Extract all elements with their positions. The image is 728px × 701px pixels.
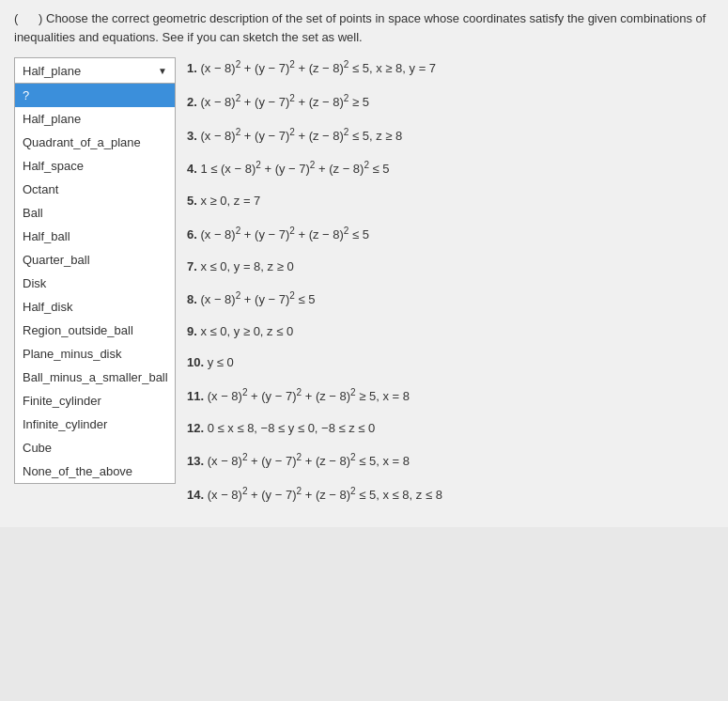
problem-4: 4. 1 ≤ (x − 8)2 + (y − 7)2 + (z − 8)2 ≤ … [187,158,714,179]
dropdown-option-half-ball[interactable]: Half_ball [15,225,175,248]
dropdown-option-half-space[interactable]: Half_space [15,154,175,178]
dropdown-option-ball[interactable]: Ball [15,201,175,225]
problem-12: 12. 0 ≤ x ≤ 8, −8 ≤ y ≤ 0, −8 ≤ z ≤ 0 [187,419,714,438]
dropdown-select[interactable]: Half_plane ▼ [14,57,176,84]
problem-6: 6. (x − 8)2 + (y − 7)2 + (z − 8)2 ≤ 5 [187,224,714,244]
problems-list: 1. (x − 8)2 + (y − 7)2 + (z − 8)2 ≤ 5, x… [176,57,714,518]
dropdown-option-infinite-cylinder[interactable]: Infinite_cylinder [15,413,175,436]
problem-11: 11. (x − 8)2 + (y − 7)2 + (z − 8)2 ≥ 5, … [187,385,714,406]
dropdown-option-ball-minus-smaller-ball[interactable]: Ball_minus_a_smaller_ball [15,366,175,389]
dropdown-option-disk[interactable]: Disk [15,272,175,295]
dropdown-option-quarter-ball[interactable]: Quarter_ball [15,248,175,272]
answer-blank [22,11,35,25]
problem-14: 14. (x − 8)2 + (y − 7)2 + (z − 8)2 ≤ 5, … [187,484,714,505]
question-prefix: ( [14,11,18,25]
problem-7: 7. x ≤ 0, y = 8, z ≥ 0 [187,257,714,276]
problem-3: 3. (x − 8)2 + (y − 7)2 + (z − 8)2 ≤ 5, z… [187,125,714,146]
dropdown-option-octant[interactable]: Octant [15,178,175,201]
dropdown-option-half-disk[interactable]: Half_disk [15,295,175,319]
dropdown-option-cube[interactable]: Cube [15,436,175,460]
dropdown-option-none-of-the-above[interactable]: None_of_the_above [15,460,175,483]
problem-8: 8. (x − 8)2 + (y − 7)2 ≤ 5 [187,288,714,309]
dropdown-option-finite-cylinder[interactable]: Finite_cylinder [15,389,175,413]
dropdown-list: ? Half_plane Quadrant_of_a_plane Half_sp… [14,84,176,484]
chevron-down-icon: ▼ [158,66,167,76]
dropdown-option-plane-minus-disk[interactable]: Plane_minus_disk [15,342,175,366]
dropdown-option-half-plane[interactable]: Half_plane [15,107,175,131]
dropdown-option-quadrant-of-a-plane[interactable]: Quadrant_of_a_plane [15,131,175,154]
dropdown-container: Half_plane ▼ ? Half_plane Quadrant_of_a_… [14,57,176,84]
question-body: ) Choose the correct geometric descripti… [14,11,705,44]
problem-2: 2. (x − 8)2 + (y − 7)2 + (z − 8)2 ≥ 5 [187,91,714,112]
problem-10: 10. y ≤ 0 [187,353,714,372]
dropdown-option-question[interactable]: ? [15,84,175,107]
problem-9: 9. x ≤ 0, y ≥ 0, z ≤ 0 [187,322,714,341]
problem-1: 1. (x − 8)2 + (y − 7)2 + (z − 8)2 ≤ 5, x… [187,57,714,78]
dropdown-current-value: Half_plane [23,64,81,78]
main-content: Half_plane ▼ ? Half_plane Quadrant_of_a_… [14,57,714,518]
question-text: ( ) Choose the correct geometric descrip… [14,9,714,46]
problem-5: 5. x ≥ 0, z = 7 [187,192,714,210]
dropdown-option-region-outside-ball[interactable]: Region_outside_ball [15,319,175,342]
problem-13: 13. (x − 8)2 + (y − 7)2 + (z − 8)2 ≤ 5, … [187,450,714,471]
page-container: ( ) Choose the correct geometric descrip… [0,0,728,527]
